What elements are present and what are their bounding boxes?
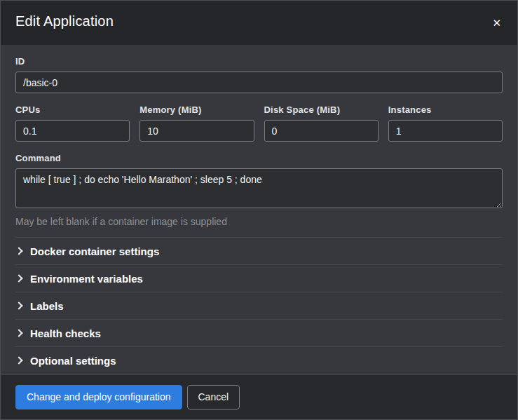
section-docker-container-settings[interactable]: Docker container settings (15, 237, 503, 264)
modal-footer: Change and deploy configuration Cancel (1, 374, 517, 419)
memory-field-group: Memory (MiB) (139, 104, 254, 142)
cpus-field-group: CPUs (15, 104, 130, 142)
chevron-right-icon (15, 247, 22, 255)
command-label: Command (15, 153, 503, 163)
instances-input[interactable] (388, 120, 503, 142)
section-labels[interactable]: Labels (15, 292, 503, 319)
instances-label: Instances (388, 104, 503, 115)
section-environment-variables[interactable]: Environment variables (15, 264, 503, 292)
cancel-button[interactable]: Cancel (187, 385, 240, 409)
disk-field-group: Disk Space (MiB) (264, 104, 379, 142)
change-and-deploy-button[interactable]: Change and deploy configuration (15, 385, 182, 409)
disk-input[interactable] (264, 120, 379, 142)
collapsible-sections: Docker container settings Environment va… (15, 237, 503, 374)
id-field-group: ID (15, 56, 503, 93)
chevron-right-icon (15, 274, 22, 282)
chevron-right-icon (15, 329, 22, 337)
cpus-input[interactable] (15, 120, 130, 142)
edit-application-modal: Edit Application ✕ ID CPUs Memory (MiB) … (0, 0, 518, 420)
chevron-right-icon (15, 302, 22, 309)
command-field-group: Command while [ true ] ; do echo 'Hello … (15, 153, 503, 227)
disk-label: Disk Space (MiB) (264, 104, 379, 115)
memory-input[interactable] (139, 120, 254, 142)
command-help-text: May be left blank if a container image i… (15, 216, 503, 227)
section-label: Docker container settings (30, 245, 159, 257)
section-label: Labels (30, 300, 64, 312)
modal-header: Edit Application ✕ (1, 1, 517, 45)
section-label: Environment variables (30, 273, 143, 285)
resources-row: CPUs Memory (MiB) Disk Space (MiB) Insta… (15, 104, 503, 142)
cpus-label: CPUs (15, 104, 130, 115)
section-label: Optional settings (30, 355, 116, 367)
chevron-right-icon (15, 356, 22, 364)
modal-title: Edit Application (15, 13, 114, 29)
section-label: Health checks (30, 327, 101, 339)
memory-label: Memory (MiB) (139, 104, 254, 115)
id-input[interactable] (15, 72, 503, 93)
section-health-checks[interactable]: Health checks (15, 319, 503, 346)
command-input[interactable]: while [ true ] ; do echo 'Hello Marathon… (15, 168, 503, 208)
close-icon[interactable]: ✕ (491, 15, 503, 31)
id-label: ID (15, 56, 503, 67)
instances-field-group: Instances (388, 104, 503, 142)
modal-body: ID CPUs Memory (MiB) Disk Space (MiB) In… (1, 45, 517, 374)
section-optional-settings[interactable]: Optional settings (15, 346, 503, 374)
